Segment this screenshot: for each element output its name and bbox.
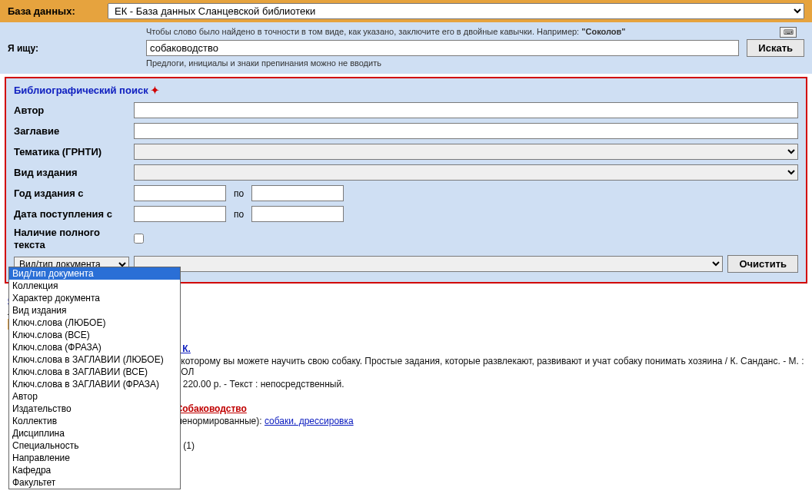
- clear-button[interactable]: Очистить: [727, 255, 798, 273]
- label-fulltext: Наличие полного текста: [14, 227, 129, 250]
- dropdown-option[interactable]: Ключ.слова в ЗАГЛАВИИ (ВСЕ): [9, 366, 180, 378]
- biblio-search-panel: Библиографический поиск ✦ Автор Заглавие…: [5, 77, 807, 284]
- input-year-from[interactable]: [134, 185, 226, 201]
- dropdown-option[interactable]: Вид/тип документа: [9, 267, 180, 280]
- search-button[interactable]: Искать: [747, 39, 804, 57]
- input-year-to[interactable]: [251, 185, 344, 201]
- dropdown-option[interactable]: Ключ.слова в ЗАГЛАВИИ (ФРАЗА): [9, 378, 180, 390]
- label-author: Автор: [14, 104, 129, 116]
- database-select[interactable]: ЕК - База данных Сланцевской библиотеки: [108, 3, 804, 19]
- label-title: Заглавие: [14, 125, 129, 137]
- label-date-from: Дата поступления с: [14, 208, 129, 220]
- dropdown-option[interactable]: Автор: [9, 390, 180, 403]
- dropdown-option[interactable]: Ключ.слова в ЗАГЛАВИИ (ЛЮБОЕ): [9, 353, 180, 366]
- dropdown-option[interactable]: Направление: [9, 452, 180, 457]
- keyword-link[interactable]: Собаководство: [176, 403, 247, 414]
- search-hint: Чтобы слово было найдено в точности в то…: [8, 27, 804, 36]
- dropdown-option[interactable]: Характер документа: [9, 292, 180, 304]
- dropdown-option[interactable]: Коллектив: [9, 415, 180, 427]
- dropdown-option[interactable]: Ключ.слова (ВСЕ): [9, 329, 180, 341]
- select-pubtype[interactable]: [134, 164, 798, 181]
- input-author[interactable]: [134, 102, 798, 118]
- input-title[interactable]: [134, 123, 798, 139]
- search-hint2: Предлоги, инициалы и знаки препинания мо…: [8, 58, 804, 68]
- dropdown-option[interactable]: Дисциплина: [9, 427, 180, 439]
- keyword2-link[interactable]: собаки, дрессировка: [265, 416, 354, 426]
- filter-value-select[interactable]: [134, 256, 723, 272]
- keyboard-icon[interactable]: ⌨: [780, 27, 797, 38]
- database-label: База данных:: [8, 5, 100, 17]
- database-bar: База данных: ЕК - База данных Сланцевско…: [0, 0, 812, 22]
- dropdown-option[interactable]: Издательство: [9, 403, 180, 415]
- collapse-icon[interactable]: ✦: [151, 85, 159, 96]
- input-date-to[interactable]: [251, 206, 344, 222]
- label-pubtype: Вид издания: [14, 167, 129, 178]
- select-topic[interactable]: [134, 144, 798, 160]
- dropdown-option[interactable]: Вид издания: [9, 304, 180, 317]
- checkbox-fulltext[interactable]: [134, 234, 144, 244]
- dropdown-option[interactable]: Ключ.слова (ЛЮБОЕ): [9, 317, 180, 329]
- biblio-title[interactable]: Библиографический поиск ✦: [14, 85, 798, 96]
- dropdown-option[interactable]: Специальность: [9, 439, 180, 452]
- filter-type-dropdown[interactable]: Вид/тип документаКоллекцияХарактер докум…: [8, 267, 181, 457]
- input-date-from[interactable]: [134, 206, 226, 222]
- label-topic: Тематика (ГРНТИ): [14, 146, 129, 158]
- search-section: Чтобы слово было найдено в точности в то…: [0, 22, 812, 74]
- search-label: Я ищу:: [8, 43, 138, 54]
- dropdown-option[interactable]: Коллекция: [9, 280, 180, 292]
- label-year-from: Год издания с: [14, 187, 129, 199]
- search-input[interactable]: [146, 40, 739, 56]
- dropdown-option[interactable]: Ключ.слова (ФРАЗА): [9, 341, 180, 353]
